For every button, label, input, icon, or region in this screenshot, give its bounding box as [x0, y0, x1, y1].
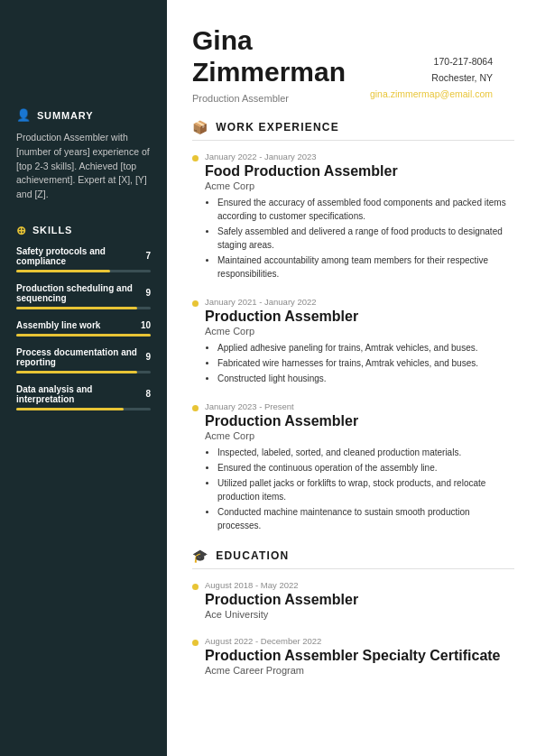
- skill-bar-fill: [16, 334, 151, 337]
- skill-header: Assembly line work 10: [16, 320, 151, 330]
- skill-bar-fill: [16, 408, 124, 410]
- skill-name: Process documentation and reporting: [16, 347, 145, 367]
- header-area: GinaZimmerman Production Assembler 170-2…: [192, 25, 514, 104]
- skill-value: 9: [145, 288, 151, 298]
- entry-date: January 2022 - January 2023: [205, 152, 514, 161]
- skill-header: Production scheduling and sequencing 9: [16, 283, 151, 303]
- skill-bar-bg: [16, 270, 151, 272]
- work-entry: January 2023 - Present Production Assemb…: [192, 401, 514, 532]
- edu-entries: August 2018 - May 2022 Production Assemb…: [192, 580, 514, 676]
- bullet: Applied adhesive paneling for trains, Am…: [217, 341, 514, 355]
- contact-info: 170-217-8064 Rochester, NY gina.zimmerma…: [370, 54, 493, 103]
- work-entry: January 2021 - January 2022 Production A…: [192, 297, 514, 385]
- entry-date: January 2021 - January 2022: [205, 297, 514, 307]
- summary-section-title: 👤 SUMMARY: [16, 108, 151, 122]
- entry-role: Production Assembler Specialty Certifica…: [205, 648, 514, 664]
- skill-value: 8: [145, 389, 151, 399]
- skill-bar-bg: [16, 408, 151, 410]
- bullet: Maintained accountability among team mem…: [217, 254, 514, 281]
- entry-role: Production Assembler: [205, 592, 514, 608]
- skill-item: Production scheduling and sequencing 9: [16, 283, 151, 309]
- skill-bar-bg: [16, 334, 151, 337]
- skill-bar-bg: [16, 307, 151, 309]
- briefcase-icon: 📦: [192, 120, 208, 134]
- edu-entry: August 2022 - December 2022 Production A…: [192, 636, 514, 676]
- person-icon: 👤: [16, 108, 32, 122]
- entry-bullets: Applied adhesive paneling for trains, Am…: [205, 341, 514, 385]
- skill-item: Data analysis and interpretation 8: [16, 384, 151, 410]
- phone: 170-217-8064: [370, 54, 493, 70]
- skill-item: Process documentation and reporting 9: [16, 347, 151, 373]
- email: gina.zimmermap@email.com: [370, 87, 493, 103]
- work-experience-title: 📦 WORK EXPERIENCE: [192, 120, 514, 141]
- skill-header: Safety protocols and compliance 7: [16, 246, 151, 266]
- entry-date: August 2022 - December 2022: [205, 636, 514, 646]
- bullet: Ensured the continuous operation of the …: [217, 461, 514, 475]
- skill-item: Safety protocols and compliance 7: [16, 246, 151, 272]
- skills-icon: ⊕: [16, 224, 27, 237]
- entry-company: Acme Career Program: [205, 665, 514, 676]
- entry-company: Acme Corp: [205, 430, 514, 441]
- entry-role: Food Production Assembler: [205, 163, 514, 180]
- bullet: Constructed light housings.: [217, 372, 514, 385]
- entry-company: Acme Corp: [205, 326, 514, 337]
- edu-entry: August 2018 - May 2022 Production Assemb…: [192, 580, 514, 620]
- skill-bar-fill: [16, 307, 137, 309]
- entry-date: January 2023 - Present: [205, 401, 514, 411]
- bullet: Inspected, labeled, sorted, and cleaned …: [217, 446, 514, 459]
- skill-value: 7: [145, 251, 151, 261]
- entry-bullets: Inspected, labeled, sorted, and cleaned …: [205, 446, 514, 532]
- sidebar: 👤 SUMMARY Production Assembler with [num…: [0, 0, 167, 756]
- skill-name: Data analysis and interpretation: [16, 384, 145, 404]
- graduation-icon: 🎓: [192, 549, 208, 563]
- skill-value: 9: [145, 352, 151, 362]
- entry-company: Acme Corp: [205, 180, 514, 191]
- skill-name: Safety protocols and compliance: [16, 246, 145, 266]
- education-title: 🎓 EDUCATION: [192, 549, 514, 569]
- education-section: 🎓 EDUCATION August 2018 - May 2022 Produ…: [192, 549, 514, 676]
- bullet: Fabricated wire harnesses for trains, Am…: [217, 356, 514, 370]
- entry-date: August 2018 - May 2022: [205, 580, 514, 590]
- work-experience-section: 📦 WORK EXPERIENCE January 2022 - January…: [192, 120, 514, 532]
- entry-bullets: Ensured the accuracy of assembled food c…: [205, 196, 514, 281]
- skill-name: Production scheduling and sequencing: [16, 283, 145, 303]
- work-entries: January 2022 - January 2023 Food Product…: [192, 152, 514, 532]
- skill-header: Data analysis and interpretation 8: [16, 384, 151, 404]
- bullet: Ensured the accuracy of assembled food c…: [217, 196, 514, 223]
- entry-role: Production Assembler: [205, 309, 514, 325]
- bullet: Safely assembled and delivered a range o…: [217, 225, 514, 252]
- bullet: Utilized pallet jacks or forklifts to wr…: [217, 476, 514, 503]
- bullet: Conducted machine maintenance to sustain…: [217, 505, 514, 532]
- summary-text: Production Assembler with [number of yea…: [16, 131, 151, 202]
- skill-name: Assembly line work: [16, 320, 100, 330]
- entry-role: Production Assembler: [205, 413, 514, 429]
- entry-company: Ace University: [205, 609, 514, 620]
- skill-header: Process documentation and reporting 9: [16, 347, 151, 367]
- work-entry: January 2022 - January 2023 Food Product…: [192, 152, 514, 281]
- skill-bar-fill: [16, 371, 137, 373]
- skill-bar-fill: [16, 270, 110, 272]
- skill-value: 10: [141, 320, 151, 330]
- main-content: GinaZimmerman Production Assembler 170-2…: [167, 0, 536, 756]
- skills-section-title: ⊕ SKILLS: [16, 224, 151, 237]
- skills-list: Safety protocols and compliance 7 Produc…: [16, 246, 151, 410]
- skill-item: Assembly line work 10: [16, 320, 151, 337]
- skill-bar-bg: [16, 371, 151, 373]
- location: Rochester, NY: [370, 70, 493, 87]
